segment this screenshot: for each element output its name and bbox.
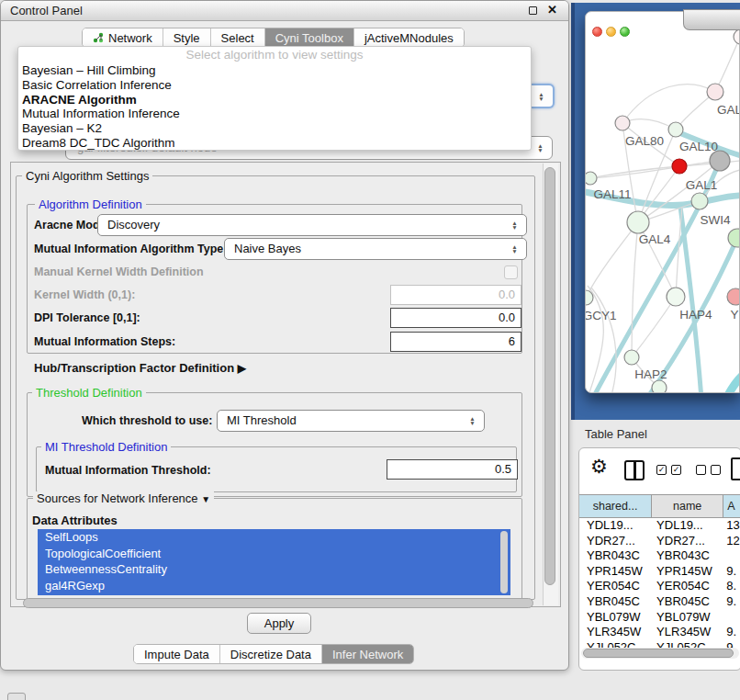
node-gal4[interactable]	[627, 211, 649, 233]
chevron-right-icon: ▶	[238, 362, 246, 375]
manual-kernel-checkbox[interactable]	[504, 265, 518, 279]
combo-stepper-icon: ▲▼	[510, 220, 519, 230]
tab-select[interactable]: Select	[211, 28, 265, 47]
control-panel-titlebar[interactable]: Control Panel ✕	[1, 1, 568, 21]
tab-network[interactable]: Network	[83, 28, 163, 47]
table-row[interactable]: YDL19...YDL19...13	[579, 518, 740, 534]
float-window-icon[interactable]	[529, 6, 537, 15]
column-header-sharedname[interactable]: shared...	[579, 495, 652, 517]
mi-steps-label: Mutual Information Steps:	[34, 335, 175, 348]
node-hap2[interactable]	[624, 350, 639, 365]
select-all-checkboxes-icon[interactable]: ✓ ✓	[656, 465, 681, 475]
aracne-mode-value: Discovery	[107, 218, 160, 231]
attribute-item[interactable]: gal4RGexp	[38, 578, 510, 594]
tab-infer-network[interactable]: Infer Network	[322, 645, 413, 663]
mi-type-combo[interactable]: Naive Bayes ▲▼	[224, 238, 527, 260]
mi-threshold-field[interactable]: 0.5	[387, 459, 518, 480]
mi-threshold-title: MI Threshold Definition	[41, 440, 171, 454]
tab-impute-data[interactable]: Impute Data	[134, 645, 220, 663]
node-y-pink[interactable]	[727, 288, 740, 305]
table-hscrollbar-track[interactable]	[581, 648, 739, 659]
node-bottom-partial[interactable]	[652, 380, 667, 393]
close-icon[interactable]	[592, 27, 602, 37]
table-body[interactable]: YDL19...YDL19...13 YDR27...YDR27...12 YB…	[579, 518, 740, 659]
dpi-tolerance-label: DPI Tolerance [0,1]:	[34, 311, 140, 324]
network-canvas[interactable]: GAL GAL80 GAL10 GAL11 GAL1 SWI4 GAL4 GCY…	[586, 12, 740, 393]
aracne-mode-combo[interactable]: Discovery ▲▼	[97, 214, 527, 236]
cell: YPR145W	[579, 564, 652, 580]
node-label: GAL	[717, 103, 740, 117]
columns-icon[interactable]	[624, 460, 645, 480]
node-gal80[interactable]	[615, 116, 630, 130]
node-gal-pink[interactable]	[707, 84, 723, 100]
combo-stepper-icon: ▲▼	[510, 244, 519, 254]
node-top-partial[interactable]	[734, 29, 740, 44]
cell: YDL19...	[652, 518, 723, 534]
node-gal10[interactable]	[668, 122, 683, 137]
bottom-tabbar: Impute Data Discretize Data Infer Networ…	[133, 644, 414, 664]
close-icon[interactable]: ✕	[547, 3, 557, 17]
tab-style[interactable]: Style	[163, 28, 211, 47]
table-row[interactable]: YBR043CYBR043C	[579, 548, 740, 564]
attributes-scrollbar-thumb[interactable]	[500, 531, 508, 593]
node-hap4[interactable]	[667, 288, 685, 306]
threshold-definition-title: Threshold Definition	[32, 386, 146, 400]
apply-button[interactable]: Apply	[247, 613, 311, 634]
column-header-name[interactable]: name	[652, 495, 723, 517]
table-row[interactable]: YPR145WYPR145W9.	[579, 564, 740, 580]
mi-threshold-label: Mutual Information Threshold:	[45, 464, 211, 477]
dropdown-item[interactable]: Mutual Information Inference	[18, 107, 531, 121]
deselect-all-checkboxes-icon[interactable]	[696, 465, 721, 475]
kernel-width-field[interactable]: 0.0	[390, 285, 521, 305]
table-row[interactable]: YER054CYER054C8.	[579, 579, 740, 594]
column-header-partial[interactable]: A	[723, 495, 740, 517]
node-red[interactable]	[672, 159, 687, 174]
minimize-icon[interactable]	[606, 27, 616, 37]
cell: YPR145W	[652, 564, 723, 580]
hub-definition-toggle[interactable]: Hub/Transcription Factor Definition ▶	[34, 361, 246, 375]
unchecked-checkbox-icon	[696, 465, 706, 475]
dpi-tolerance-field[interactable]: 0.0	[390, 308, 521, 328]
which-threshold-combo[interactable]: MI Threshold ▲▼	[217, 410, 485, 432]
hub-definition-label: Hub/Transcription Factor Definition	[34, 361, 234, 375]
node-gal11[interactable]	[586, 172, 597, 185]
table-row[interactable]: YBL079WYBL079W	[579, 610, 740, 626]
document-icon[interactable]	[731, 457, 740, 480]
node-swi4[interactable]	[728, 229, 740, 247]
gear-icon[interactable]: ⚙	[590, 456, 608, 478]
tab-jactivemnodules[interactable]: jActiveMNodules	[354, 28, 464, 47]
table-row[interactable]: YDR27...YDR27...12	[579, 534, 740, 549]
attribute-item[interactable]: BetweennessCentrality	[38, 561, 510, 578]
algorithm-combo-fragment[interactable]: ▲▼	[532, 84, 555, 108]
tab-jactivemnodules-label: jActiveMNodules	[364, 31, 454, 45]
settings-scrollbar-thumb[interactable]	[544, 167, 555, 585]
dropdown-item[interactable]: Basic Correlation Inference	[18, 78, 531, 93]
background-window-titlebar[interactable]	[683, 9, 740, 30]
data-attributes-list[interactable]: SelfLoops TopologicalCoefficient Between…	[38, 529, 510, 595]
attribute-item[interactable]: TopologicalCoefficient	[38, 546, 510, 562]
tab-infer-network-label: Infer Network	[332, 648, 403, 661]
algorithm-definition-title: Algorithm Definition	[35, 198, 146, 211]
mi-steps-field[interactable]: 6	[390, 332, 521, 352]
dropdown-item-selected[interactable]: ARACNE Algorithm	[18, 93, 531, 107]
dropdown-item[interactable]: Dream8 DC_TDC Algorithm	[18, 136, 531, 151]
node-gal1[interactable]	[691, 193, 708, 209]
cell: 8.	[723, 579, 740, 594]
dropdown-item[interactable]: Bayesian – K2	[18, 121, 531, 136]
tab-cyni-toolbox[interactable]: Cyni Toolbox	[265, 28, 354, 47]
data-attributes-label: Data Attributes	[32, 514, 118, 527]
horizontal-scrollbar-thumb[interactable]	[23, 598, 533, 608]
tab-discretize-data[interactable]: Discretize Data	[220, 645, 322, 663]
table-hscrollbar-thumb[interactable]	[583, 649, 734, 658]
sources-title[interactable]: Sources for Network Inference ▼	[33, 491, 214, 505]
zoom-icon[interactable]	[620, 27, 630, 37]
attribute-item[interactable]: SelfLoops	[38, 529, 510, 546]
dropdown-item[interactable]: Bayesian – Hill Climbing	[18, 63, 531, 78]
cell: YDR27...	[579, 534, 652, 549]
node-gray[interactable]	[710, 151, 730, 171]
table-row[interactable]: YLR345WYLR345W9.	[579, 625, 740, 640]
network-view-window[interactable]: GAL GAL80 GAL10 GAL11 GAL1 SWI4 GAL4 GCY…	[585, 11, 740, 393]
minimized-panel-button[interactable]	[7, 693, 26, 700]
table-row[interactable]: YBR045CYBR045C9.	[579, 594, 740, 610]
node-label: GAL4	[639, 232, 671, 246]
